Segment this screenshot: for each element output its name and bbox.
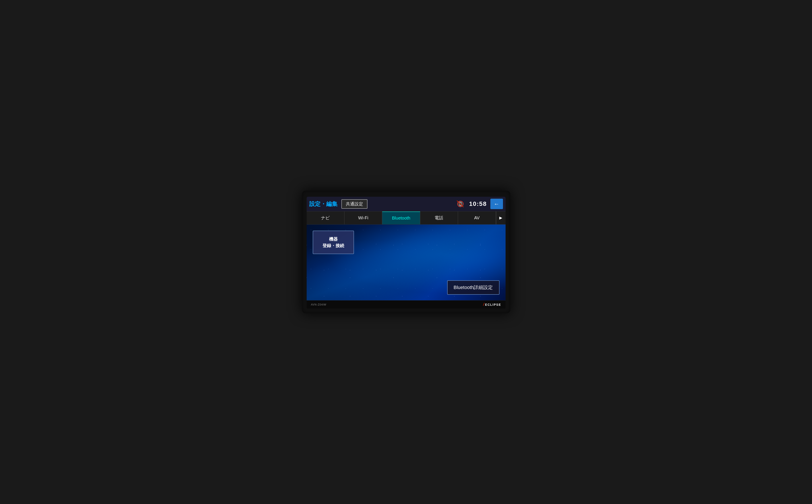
back-arrow-icon: ←	[494, 201, 499, 207]
tab-bar: ナビ Wi-Fi Bluetooth 電話 AV ▶	[307, 212, 506, 225]
footer-bar: AVN-Z04iW / ECLIPSE	[307, 300, 506, 309]
phone-crossed-icon: 📵	[456, 200, 464, 208]
brand-name: ECLIPSE	[485, 303, 501, 306]
brand-logo: / ECLIPSE	[483, 302, 501, 307]
bluetooth-detail-settings-button[interactable]: Bluetooth詳細設定	[447, 280, 499, 295]
tab-bluetooth[interactable]: Bluetooth	[382, 212, 420, 224]
tab-more-arrow-icon: ▶	[499, 215, 502, 220]
screen: 設定・編集 共通設定 📵 10:58 ← ナビ Wi-Fi	[307, 197, 506, 309]
tab-more-button[interactable]: ▶	[496, 212, 506, 224]
clock-display: 10:58	[469, 200, 487, 207]
page-title: 設定・編集	[309, 200, 337, 208]
device-card-label: 機器 登録・接続	[316, 236, 351, 249]
device-register-button[interactable]: 機器 登録・接続	[313, 231, 354, 254]
header-bar: 設定・編集 共通設定 📵 10:58 ←	[307, 197, 506, 212]
common-settings-label[interactable]: 共通設定	[341, 199, 367, 209]
model-number: AVN-Z04iW	[311, 303, 326, 306]
tab-phone[interactable]: 電話	[420, 212, 458, 224]
main-content: 機器 登録・接続 Bluetooth詳細設定	[307, 225, 506, 300]
tab-wifi[interactable]: Wi-Fi	[344, 212, 382, 224]
tab-navi[interactable]: ナビ	[307, 212, 344, 224]
brand-slash: /	[483, 302, 484, 307]
tab-av[interactable]: AV	[458, 212, 496, 224]
device-frame: 設定・編集 共通設定 📵 10:58 ← ナビ Wi-Fi	[302, 191, 510, 313]
back-button[interactable]: ←	[490, 199, 503, 209]
